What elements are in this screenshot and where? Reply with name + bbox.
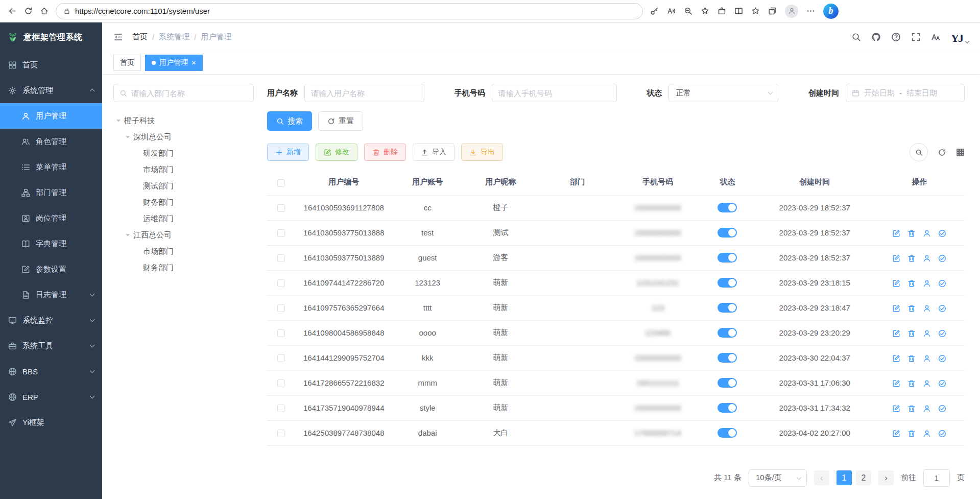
row-user-icon[interactable] bbox=[923, 379, 931, 388]
sidebar-item-dict-mgmt[interactable]: 字典管理 bbox=[0, 231, 102, 256]
address-bar[interactable]: https://ccnetcore.com:1101/system/user bbox=[56, 3, 643, 19]
row-delete-icon[interactable] bbox=[907, 405, 916, 413]
read-aloud-icon[interactable] bbox=[667, 7, 676, 15]
sidebar-item-dept-mgmt[interactable]: 部门管理 bbox=[0, 180, 102, 205]
tree-node[interactable]: 研发部门 bbox=[113, 145, 254, 161]
sidebar-item-role-mgmt[interactable]: 角色管理 bbox=[0, 129, 102, 154]
status-toggle[interactable] bbox=[718, 353, 737, 363]
status-toggle[interactable] bbox=[718, 403, 737, 413]
status-toggle[interactable] bbox=[718, 428, 737, 438]
fullscreen-icon[interactable] bbox=[911, 32, 921, 42]
sidebar-item-system-mgmt[interactable]: 系统管理 bbox=[0, 78, 102, 103]
row-edit-icon[interactable] bbox=[892, 254, 900, 263]
row-verify-icon[interactable] bbox=[938, 405, 946, 413]
row-delete-icon[interactable] bbox=[907, 229, 916, 237]
close-icon[interactable]: × bbox=[192, 59, 196, 66]
sidebar-item-log-mgmt[interactable]: 日志管理 bbox=[0, 282, 102, 307]
row-checkbox[interactable] bbox=[277, 254, 285, 262]
sidebar-item-yi-framework[interactable]: Yi框架 bbox=[0, 410, 102, 435]
row-edit-icon[interactable] bbox=[892, 329, 900, 338]
row-user-icon[interactable] bbox=[923, 354, 931, 363]
row-user-icon[interactable] bbox=[923, 329, 931, 338]
row-delete-icon[interactable] bbox=[907, 329, 916, 338]
date-range-picker[interactable]: 开始日期 - 结束日期 bbox=[846, 84, 965, 102]
status-toggle[interactable] bbox=[718, 328, 737, 338]
row-edit-icon[interactable] bbox=[892, 354, 900, 363]
tree-node[interactable]: 市场部门 bbox=[113, 161, 254, 178]
row-delete-icon[interactable] bbox=[907, 354, 916, 363]
row-delete-icon[interactable] bbox=[907, 254, 916, 263]
sidebar-item-erp[interactable]: ERP bbox=[0, 384, 102, 410]
row-verify-icon[interactable] bbox=[938, 229, 946, 237]
breadcrumb-home[interactable]: 首页 bbox=[132, 32, 148, 42]
row-user-icon[interactable] bbox=[923, 405, 931, 413]
row-user-icon[interactable] bbox=[923, 430, 931, 438]
favorites-add-icon[interactable] bbox=[701, 7, 709, 15]
row-verify-icon[interactable] bbox=[938, 279, 946, 288]
status-toggle[interactable] bbox=[718, 278, 737, 288]
tab-home[interactable]: 首页 bbox=[113, 55, 141, 71]
row-user-icon[interactable] bbox=[923, 279, 931, 288]
import-button[interactable]: 导入 bbox=[413, 144, 455, 161]
row-checkbox[interactable] bbox=[277, 229, 285, 237]
row-edit-icon[interactable] bbox=[892, 379, 900, 388]
row-delete-icon[interactable] bbox=[907, 430, 916, 438]
row-user-icon[interactable] bbox=[923, 254, 931, 263]
more-menu-icon[interactable] bbox=[806, 7, 815, 15]
tree-node[interactable]: 财务部门 bbox=[113, 194, 254, 210]
row-verify-icon[interactable] bbox=[938, 354, 946, 363]
row-checkbox[interactable] bbox=[277, 354, 285, 362]
column-settings-icon[interactable] bbox=[956, 148, 965, 157]
reload-icon[interactable] bbox=[24, 7, 33, 15]
row-verify-icon[interactable] bbox=[938, 379, 946, 388]
select-all-checkbox[interactable] bbox=[277, 179, 285, 187]
sidebar-item-menu-mgmt[interactable]: 菜单管理 bbox=[0, 154, 102, 180]
back-icon[interactable] bbox=[8, 7, 17, 15]
row-user-icon[interactable] bbox=[923, 304, 931, 313]
row-edit-icon[interactable] bbox=[892, 430, 900, 438]
row-checkbox[interactable] bbox=[277, 279, 285, 287]
row-checkbox[interactable] bbox=[277, 405, 285, 412]
tree-node[interactable]: 深圳总公司 bbox=[113, 129, 254, 145]
sidebar-item-post-mgmt[interactable]: 岗位管理 bbox=[0, 205, 102, 231]
favorites-bar-icon[interactable] bbox=[751, 7, 760, 15]
user-avatar[interactable]: YJ bbox=[951, 29, 969, 45]
row-delete-icon[interactable] bbox=[907, 379, 916, 388]
home-icon[interactable] bbox=[40, 7, 49, 15]
row-checkbox[interactable] bbox=[277, 204, 285, 212]
department-search-input[interactable] bbox=[131, 89, 248, 98]
tree-node[interactable]: 市场部门 bbox=[113, 243, 254, 259]
sidebar-item-user-mgmt[interactable]: 用户管理 bbox=[0, 103, 102, 129]
password-key-icon[interactable] bbox=[650, 7, 659, 15]
sidebar-item-system-tools[interactable]: 系统工具 bbox=[0, 333, 102, 359]
sidebar-item-system-monitor[interactable]: 系统监控 bbox=[0, 307, 102, 333]
row-edit-icon[interactable] bbox=[892, 279, 900, 288]
row-verify-icon[interactable] bbox=[938, 254, 946, 263]
show-search-button[interactable] bbox=[910, 143, 928, 161]
next-page-button[interactable]: › bbox=[878, 470, 894, 485]
row-delete-icon[interactable] bbox=[907, 304, 916, 313]
export-button[interactable]: 导出 bbox=[461, 144, 503, 161]
prev-page-button[interactable]: ‹ bbox=[814, 470, 829, 485]
row-checkbox[interactable] bbox=[277, 379, 285, 387]
github-icon[interactable] bbox=[871, 32, 881, 42]
row-edit-icon[interactable] bbox=[892, 405, 900, 413]
tree-node[interactable]: 测试部门 bbox=[113, 178, 254, 194]
status-select[interactable]: 正常 bbox=[668, 84, 778, 102]
edit-button[interactable]: 修改 bbox=[316, 144, 357, 161]
refresh-table-icon[interactable] bbox=[938, 148, 946, 157]
page-button-1[interactable]: 1 bbox=[836, 470, 852, 485]
collections-icon[interactable] bbox=[768, 7, 777, 15]
search-icon[interactable] bbox=[851, 32, 861, 42]
row-verify-icon[interactable] bbox=[938, 304, 946, 313]
page-button-2[interactable]: 2 bbox=[856, 470, 871, 485]
status-toggle[interactable] bbox=[718, 203, 737, 212]
row-delete-icon[interactable] bbox=[907, 279, 916, 288]
help-icon[interactable] bbox=[891, 32, 901, 42]
sidebar-item-param-settings[interactable]: 参数设置 bbox=[0, 256, 102, 282]
row-user-icon[interactable] bbox=[923, 229, 931, 237]
row-verify-icon[interactable] bbox=[938, 329, 946, 338]
tree-node[interactable]: 江西总公司 bbox=[113, 227, 254, 243]
tab-user-management[interactable]: 用户管理 × bbox=[145, 55, 203, 71]
reset-button[interactable]: 重置 bbox=[318, 111, 363, 131]
